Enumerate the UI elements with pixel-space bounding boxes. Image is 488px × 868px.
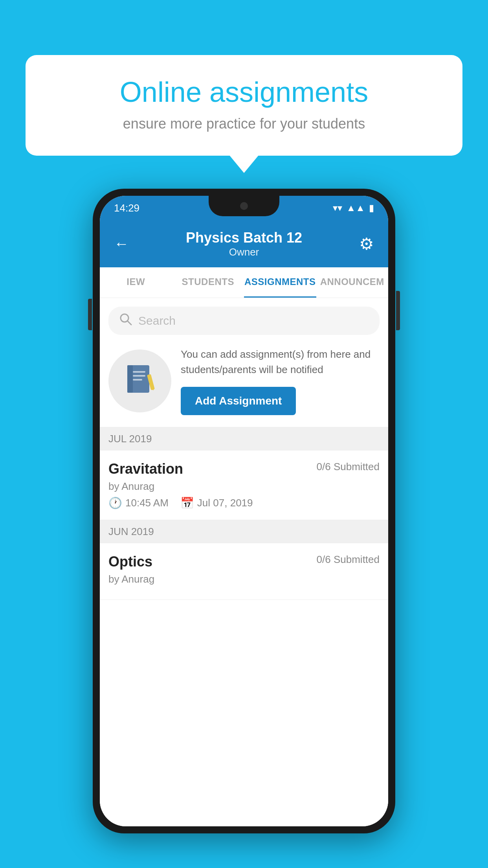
tabs-container: IEW STUDENTS ASSIGNMENTS ANNOUNCEM (100, 267, 388, 298)
month-divider-jun: JUN 2019 (100, 520, 388, 543)
assignment-date: Jul 07, 2019 (197, 497, 253, 509)
svg-line-1 (128, 321, 131, 325)
meta-time: 🕐 10:45 AM (108, 497, 169, 509)
assignment-name: Gravitation (108, 461, 183, 477)
wifi-icon: ▾▾ (333, 202, 342, 213)
settings-icon[interactable]: ⚙ (359, 234, 374, 254)
promo-right: You can add assignment(s) from here and … (181, 347, 380, 415)
tab-iew[interactable]: IEW (100, 267, 172, 298)
promo-text: You can add assignment(s) from here and … (181, 347, 380, 377)
notebook-icon (124, 363, 156, 399)
phone-notch (209, 196, 279, 216)
header-title-block: Physics Batch 12 Owner (186, 230, 302, 258)
speech-bubble-subtitle: ensure more practice for your students (49, 116, 439, 132)
phone-screen: 14:29 ▾▾ ▲▲ ▮ ← Physics Batch 12 Owner ⚙ (100, 196, 388, 826)
phone-outer: 14:29 ▾▾ ▲▲ ▮ ← Physics Batch 12 Owner ⚙ (93, 189, 395, 833)
speech-bubble-container: Online assignments ensure more practice … (26, 55, 462, 156)
svg-rect-3 (127, 365, 133, 393)
battery-icon: ▮ (369, 202, 374, 213)
header-title: Physics Batch 12 (186, 230, 302, 246)
meta-date: 📅 Jul 07, 2019 (180, 497, 253, 509)
assignment-by: by Anurag (108, 480, 380, 493)
status-icons: ▾▾ ▲▲ ▮ (333, 202, 374, 213)
header-subtitle: Owner (186, 246, 302, 258)
assignment-name-optics: Optics (108, 554, 152, 570)
camera (240, 202, 248, 210)
assignment-by-optics: by Anurag (108, 573, 380, 585)
signal-icon: ▲▲ (346, 202, 365, 213)
assignment-time: 10:45 AM (125, 497, 169, 509)
speech-bubble: Online assignments ensure more practice … (26, 55, 462, 156)
tab-assignments[interactable]: ASSIGNMENTS (244, 267, 316, 298)
search-icon (119, 313, 132, 329)
phone-frame: 14:29 ▾▾ ▲▲ ▮ ← Physics Batch 12 Owner ⚙ (93, 189, 395, 833)
status-time: 14:29 (114, 202, 139, 214)
screen-content: Search (100, 298, 388, 826)
month-divider-jul: JUL 2019 (100, 427, 388, 451)
assignment-submitted-optics: 0/6 Submitted (317, 554, 380, 566)
svg-rect-6 (133, 379, 142, 381)
assignment-item-gravitation[interactable]: Gravitation 0/6 Submitted by Anurag 🕐 10… (100, 451, 388, 520)
back-button[interactable]: ← (114, 235, 129, 252)
promo-icon-circle (108, 349, 171, 412)
assignment-submitted: 0/6 Submitted (317, 461, 380, 473)
tab-announcements[interactable]: ANNOUNCEM (316, 267, 389, 298)
speech-bubble-title: Online assignments (49, 77, 439, 108)
assignment-top-row-optics: Optics 0/6 Submitted (108, 554, 380, 570)
search-bar[interactable]: Search (108, 307, 380, 335)
assignment-top-row: Gravitation 0/6 Submitted (108, 461, 380, 477)
add-assignment-button[interactable]: Add Assignment (181, 387, 296, 415)
assignment-meta: 🕐 10:45 AM 📅 Jul 07, 2019 (108, 497, 380, 509)
svg-rect-5 (133, 375, 145, 377)
svg-rect-4 (133, 371, 145, 373)
search-placeholder: Search (138, 314, 176, 327)
app-header: ← Physics Batch 12 Owner ⚙ (100, 220, 388, 267)
promo-block: You can add assignment(s) from here and … (100, 335, 388, 427)
tab-students[interactable]: STUDENTS (172, 267, 244, 298)
calendar-icon: 📅 (180, 497, 194, 509)
clock-icon: 🕐 (108, 497, 122, 509)
assignment-item-optics[interactable]: Optics 0/6 Submitted by Anurag (100, 543, 388, 600)
